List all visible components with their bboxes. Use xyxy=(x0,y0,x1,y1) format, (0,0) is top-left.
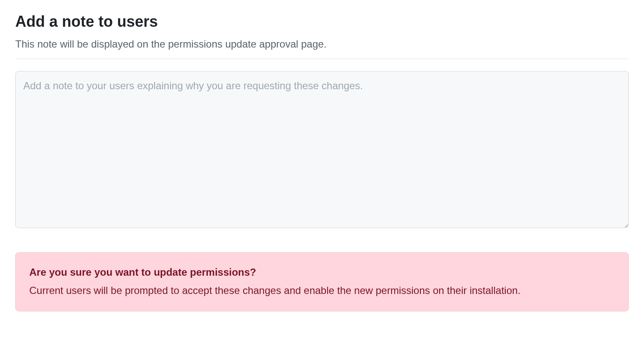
section-header: Add a note to users This note will be di… xyxy=(15,10,629,59)
note-textarea[interactable] xyxy=(15,71,629,228)
warning-box: Are you sure you want to update permissi… xyxy=(15,252,629,311)
warning-text: Current users will be prompted to accept… xyxy=(29,283,615,298)
warning-title: Are you sure you want to update permissi… xyxy=(29,265,615,280)
page-subtitle: This note will be displayed on the permi… xyxy=(15,37,629,52)
page-title: Add a note to users xyxy=(15,10,629,33)
